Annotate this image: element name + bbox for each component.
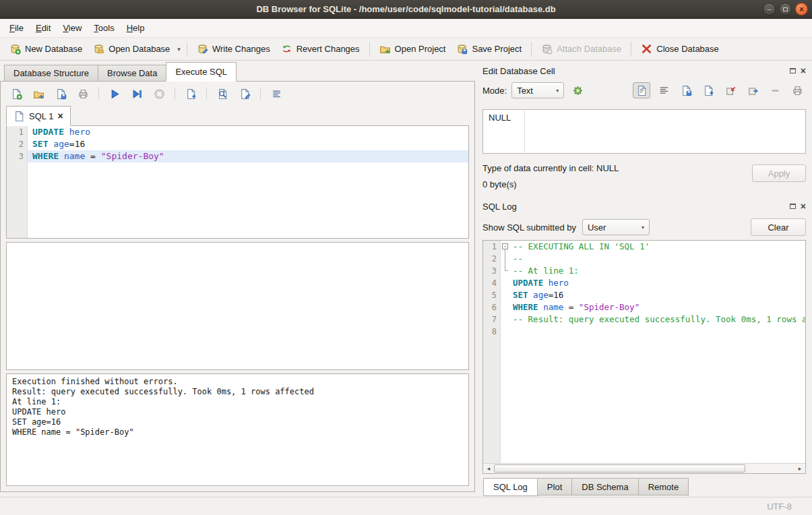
horizontal-scrollbar[interactable]: ◂ ▸ [483, 463, 805, 473]
close-database-button[interactable]: Close Database [635, 40, 724, 58]
code-line-4[interactable]: 4UPDATE hero [483, 277, 805, 289]
open-project-button[interactable]: Open Project [374, 40, 451, 58]
open-tab-icon[interactable] [9, 86, 24, 101]
fold-column [501, 277, 511, 289]
code-line-6[interactable]: 6WHERE name = "Spider-Boy" [483, 301, 805, 313]
sql-file-icon [13, 111, 25, 122]
text-filler [28, 162, 468, 238]
float-panel-icon[interactable] [790, 68, 796, 73]
execute-line-icon[interactable] [129, 86, 144, 101]
open-database-dropdown-icon[interactable]: ▾ [175, 42, 183, 56]
tab-browse-data[interactable]: Browse Data [98, 65, 166, 82]
menu-help[interactable]: Help [121, 20, 151, 36]
menu-view[interactable]: View [57, 20, 88, 36]
app-window: DB Browser for SQLite - /home/user/code/… [0, 0, 812, 515]
find-replace-icon[interactable] [237, 86, 252, 101]
save-as-text-icon[interactable] [677, 82, 695, 98]
mode-combobox[interactable]: Text ▾ [511, 82, 564, 98]
code-line-1[interactable]: 1--- EXECUTING ALL IN 'SQL 1' [483, 241, 805, 253]
open-database-button[interactable]: Open Database [88, 40, 175, 58]
write-changes-button[interactable]: Write Changes [191, 40, 276, 58]
save-results-icon[interactable] [183, 86, 198, 101]
bottom-tabbar: SQL LogPlotDB SchemaRemote [482, 478, 806, 497]
toolbar-separator [260, 88, 261, 100]
code-line-2[interactable]: 2SET age=16 [7, 138, 468, 150]
tab-database-structure[interactable]: Database Structure [4, 65, 98, 82]
line-number: 4 [483, 277, 501, 289]
write-changes-button-label: Write Changes [212, 44, 270, 54]
code-text: -- EXECUTING ALL IN 'SQL 1' [511, 241, 805, 253]
close-tab-icon[interactable]: × [57, 111, 63, 121]
execution-log[interactable]: Execution finished without errors. Resul… [6, 373, 469, 486]
new-database-button[interactable]: New Database [4, 40, 88, 58]
fold-marker-icon[interactable]: - [502, 243, 508, 249]
line-number: 6 [483, 301, 501, 313]
close-panel-icon[interactable]: × [801, 202, 806, 211]
revert-changes-button-label: Revert Changes [296, 44, 360, 54]
code-text: WHERE name = "Spider-Boy" [511, 301, 805, 313]
sql-log-filter-combobox[interactable]: User ▾ [582, 219, 650, 235]
line-number: 2 [7, 138, 28, 150]
line-number: 2 [483, 253, 501, 265]
tab-sql-log[interactable]: SQL Log [483, 478, 538, 496]
maximize-button[interactable] [779, 3, 792, 16]
results-grid[interactable] [6, 242, 469, 370]
code-line-8[interactable]: 8 [483, 326, 805, 338]
cell-editor-body[interactable] [525, 110, 805, 153]
menu-file[interactable]: File [3, 20, 30, 36]
toolbar-separator [369, 42, 370, 57]
menu-edit[interactable]: Edit [30, 20, 57, 36]
sql-log-view[interactable]: 1--- EXECUTING ALL IN 'SQL 1'2--3-- At l… [482, 240, 806, 474]
clear-button[interactable]: Clear [751, 218, 806, 236]
encoding-label: UTF-8 [767, 502, 792, 512]
scroll-left-icon[interactable]: ◂ [483, 464, 494, 474]
save-as-binary-icon[interactable] [699, 82, 717, 98]
chevron-down-icon: ▾ [556, 88, 559, 94]
tab-db-schema[interactable]: DB Schema [571, 478, 638, 495]
tab-remote[interactable]: Remote [638, 478, 689, 495]
tab-execute-sql[interactable]: Execute SQL [166, 62, 237, 82]
line-number: 5 [483, 289, 501, 301]
set-null-icon[interactable] [766, 82, 784, 98]
import-from-file-icon[interactable] [722, 82, 739, 98]
save-sql-file-icon[interactable] [53, 86, 68, 101]
editor-filler [7, 162, 468, 238]
save-project-button[interactable]: Save Project [451, 40, 527, 58]
code-text [511, 326, 805, 338]
print-cell-icon[interactable] [788, 82, 806, 98]
execute-all-icon[interactable] [107, 86, 122, 101]
apply-button[interactable]: Apply [752, 164, 806, 182]
save-project-icon [456, 43, 468, 55]
code-line-1[interactable]: 1UPDATE hero [7, 126, 468, 138]
tab-plot[interactable]: Plot [537, 478, 572, 495]
scroll-right-icon[interactable]: ▸ [794, 464, 805, 474]
format-icon[interactable] [269, 86, 284, 101]
menu-tools[interactable]: Tools [88, 20, 120, 36]
line-number: 3 [7, 150, 28, 162]
text-mode-icon[interactable] [633, 82, 650, 98]
new-database-button-label: New Database [25, 44, 82, 54]
code-line-3[interactable]: 3-- At line 1: [483, 265, 805, 277]
code-line-7[interactable]: 7-- Result: query executed successfully.… [483, 313, 805, 326]
close-button[interactable]: × [795, 3, 808, 16]
code-line-5[interactable]: 5SET age=16 [483, 289, 805, 301]
minimize-button[interactable]: – [763, 3, 776, 16]
find-icon[interactable] [215, 86, 230, 101]
sql-editor[interactable]: 1UPDATE hero2SET age=163WHERE name = "Sp… [6, 125, 469, 239]
auto-switch-mode-icon[interactable] [569, 82, 586, 98]
titlebar[interactable]: DB Browser for SQLite - /home/user/code/… [0, 0, 812, 19]
tree-corner [505, 265, 508, 271]
word-wrap-icon[interactable] [655, 82, 673, 98]
scrollbar-thumb[interactable] [494, 464, 745, 473]
revert-changes-button[interactable]: Revert Changes [276, 40, 365, 58]
fold-column [501, 301, 511, 313]
open-sql-file-icon[interactable] [31, 86, 46, 101]
code-line-2[interactable]: 2-- [483, 253, 805, 265]
cell-editor[interactable]: NULL [482, 109, 806, 154]
float-panel-icon[interactable] [790, 204, 796, 209]
code-line-3[interactable]: 3WHERE name = "Spider-Boy" [7, 150, 468, 162]
close-panel-icon[interactable]: × [801, 66, 806, 75]
print-icon[interactable] [75, 86, 90, 101]
export-to-file-icon[interactable] [744, 82, 761, 98]
sql-doc-tab[interactable]: SQL 1 × [6, 106, 71, 126]
